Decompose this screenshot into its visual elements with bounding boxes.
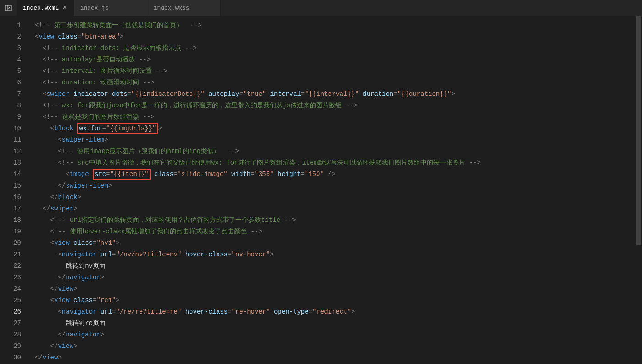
line-number: 24 (0, 283, 29, 295)
code-line[interactable]: </swiper> (29, 203, 636, 215)
line-number: 21 (0, 249, 29, 260)
code-line[interactable]: <navigator url="/nv/nv?title=nv" hover-c… (29, 249, 636, 260)
code-line[interactable]: <swiper-item> (29, 134, 636, 146)
line-number: 8 (0, 100, 29, 111)
vertical-scrollbar[interactable] (636, 16, 642, 364)
code-line[interactable]: </view> (29, 283, 636, 295)
highlight-box-src: src="{{item}}" (93, 169, 151, 180)
tab-label: index.wxml (23, 5, 59, 11)
code-line[interactable]: 跳转到nv页面 (29, 260, 636, 272)
highlight-box-wx-for: wx:for="{{imgUrls}}" (77, 123, 158, 134)
tab-index-wxss[interactable]: index.wxss (147, 0, 221, 16)
code-line[interactable]: <!-- src中填入图片路径，我们在它的父级已经使用wx: for进行了图片数… (29, 157, 636, 169)
code-line[interactable]: <block wx:for="{{imgUrls}}"> (29, 123, 636, 134)
code-content[interactable]: <!-- 第二步创建跳转页面一（也就是我们的首页） --><view class… (29, 16, 636, 364)
line-number: 20 (0, 237, 29, 249)
code-line[interactable]: </view> (29, 352, 636, 364)
line-number: 17 (0, 203, 29, 215)
close-icon[interactable]: × (62, 4, 67, 12)
line-number: 13 (0, 157, 29, 169)
code-line[interactable]: <view class="nv1"> (29, 237, 636, 249)
line-number: 30 (0, 352, 29, 364)
code-line[interactable]: <image src="{{item}}" class="slide-image… (29, 169, 636, 180)
code-line[interactable]: <view class="btn-area"> (29, 31, 636, 43)
line-number: 16 (0, 192, 29, 203)
line-number: 1 (0, 20, 29, 31)
line-number: 22 (0, 260, 29, 272)
line-number: 29 (0, 341, 29, 352)
line-number-gutter: 1234567891011121314151617181920212223242… (0, 16, 29, 364)
code-line[interactable]: <!-- 使用hover-class属性增加了我们的点击样式改变了点击颜色 --… (29, 226, 636, 237)
code-line[interactable]: </swiper-item> (29, 180, 636, 192)
line-number: 15 (0, 180, 29, 192)
code-line[interactable]: <!-- autoplay:是否自动播放 --> (29, 54, 636, 66)
line-number: 2 (0, 31, 29, 43)
line-number: 26 (0, 306, 29, 318)
code-line[interactable]: <!-- indicator-dots: 是否显示面板指示点 --> (29, 43, 636, 54)
code-line[interactable]: </block> (29, 192, 636, 203)
line-number: 18 (0, 215, 29, 226)
line-number: 28 (0, 329, 29, 341)
tab-index-js[interactable]: index.js (74, 0, 147, 16)
line-number: 12 (0, 146, 29, 157)
svg-rect-0 (5, 5, 11, 11)
editor: 1234567891011121314151617181920212223242… (0, 16, 642, 364)
line-number: 27 (0, 318, 29, 329)
code-line[interactable]: </navigator> (29, 272, 636, 283)
line-number: 10 (0, 123, 29, 134)
code-line[interactable]: </navigator> (29, 329, 636, 341)
line-number: 3 (0, 43, 29, 54)
line-number: 6 (0, 77, 29, 88)
line-number: 23 (0, 272, 29, 283)
line-number: 4 (0, 54, 29, 66)
code-line[interactable]: <navigator url="/re/re?title=re" hover-c… (29, 306, 636, 318)
line-number: 25 (0, 295, 29, 306)
code-line[interactable]: 跳转到re页面 (29, 318, 636, 329)
tab-index-wxml[interactable]: index.wxml × (17, 0, 74, 16)
code-line[interactable]: </view> (29, 341, 636, 352)
code-line[interactable]: <view class="re1"> (29, 295, 636, 306)
code-line[interactable]: <!-- wx: for跟我们java中for是一样的，进行循环遍历的，这里带入… (29, 100, 636, 111)
line-number: 19 (0, 226, 29, 237)
code-line[interactable]: <!-- duration: 动画滑动时间 --> (29, 77, 636, 88)
code-line[interactable]: <!-- 这就是我们的图片数组渲染 --> (29, 111, 636, 123)
code-line[interactable]: <swiper indicator-dots="{{indicatorDots}… (29, 88, 636, 100)
tab-label: index.js (80, 5, 109, 11)
line-number: 5 (0, 66, 29, 77)
scrollbar-thumb[interactable] (636, 16, 641, 245)
code-line[interactable]: <!-- interval: 图片循环时间设置 --> (29, 66, 636, 77)
line-number: 9 (0, 111, 29, 123)
tab-bar: index.wxml × index.js index.wxss (0, 0, 642, 16)
line-number: 7 (0, 88, 29, 100)
tab-label: index.wxss (154, 5, 190, 11)
panel-layout-icon[interactable] (0, 0, 17, 16)
line-number: 11 (0, 134, 29, 146)
code-line[interactable]: <!-- 第二步创建跳转页面一（也就是我们的首页） --> (29, 20, 636, 31)
tabs-container: index.wxml × index.js index.wxss (17, 0, 221, 16)
code-line[interactable]: <!-- url指定我们的跳转页面，对应的使用？占位符的方式带了一个参数titl… (29, 215, 636, 226)
line-number: 14 (0, 169, 29, 180)
code-line[interactable]: <!-- 使用image显示图片（跟我们的html的img类似） --> (29, 146, 636, 157)
